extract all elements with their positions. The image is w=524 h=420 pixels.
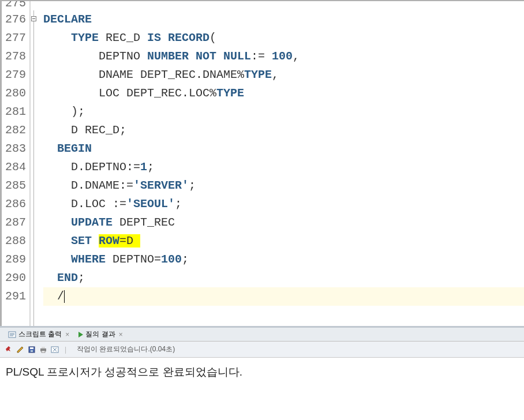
code-token xyxy=(43,253,71,266)
code-token: DNAME DEPT_REC.DNAME% xyxy=(43,68,244,81)
code-token: DEPT_REC xyxy=(113,216,175,229)
output-body[interactable]: PL/SQL 프로시저가 성공적으로 완료되었습니다. xyxy=(0,358,524,404)
code-token: LOC DEPT_REC.LOC% xyxy=(43,87,216,100)
code-token: TYPE xyxy=(244,68,272,81)
code-token: / xyxy=(43,290,64,303)
svg-rect-9 xyxy=(42,351,45,352)
code-token: TYPE xyxy=(71,31,99,44)
code-token: ; xyxy=(175,197,182,211)
clear-icon[interactable] xyxy=(51,346,59,354)
code-token: DEPTNO xyxy=(43,50,147,63)
code-token: := xyxy=(251,50,272,63)
line-number: 287 xyxy=(3,213,26,232)
code-token: NUMBER NOT NULL xyxy=(147,50,251,63)
code-token: , xyxy=(293,50,300,63)
code-line[interactable]: WHERE DEPTNO=100; xyxy=(43,250,524,269)
code-token: SET xyxy=(71,234,92,247)
line-number: 280 xyxy=(3,84,26,103)
code-token: =D xyxy=(119,234,140,247)
line-number: 289 xyxy=(3,250,26,269)
line-number: 275 xyxy=(3,1,26,10)
code-editor[interactable]: 2752762772782792802812822832842852862872… xyxy=(0,0,524,326)
code-line[interactable]: SET ROW=D xyxy=(43,232,524,250)
code-token xyxy=(92,234,99,247)
code-line[interactable]: D REC_D; xyxy=(43,121,524,140)
line-number: 291 xyxy=(3,287,26,306)
code-token: DEPTNO= xyxy=(106,253,161,266)
code-token: ; xyxy=(147,160,154,174)
code-line[interactable]: DNAME DEPT_REC.DNAME%TYPE, xyxy=(43,66,524,84)
close-icon[interactable]: × xyxy=(65,331,69,339)
code-token: ; xyxy=(78,271,85,284)
code-token: ( xyxy=(209,31,216,44)
code-token: BEGIN xyxy=(57,142,92,155)
line-number: 281 xyxy=(3,103,26,121)
code-token: WHERE xyxy=(71,253,106,266)
svg-rect-6 xyxy=(31,350,33,352)
svg-rect-5 xyxy=(30,347,33,349)
code-token: 1 xyxy=(140,160,147,174)
output-toolbar: | 작업이 완료되었습니다.(0.04초) xyxy=(0,342,524,358)
code-token xyxy=(43,142,57,155)
line-number: 277 xyxy=(3,29,26,47)
code-line[interactable]: LOC DEPT_REC.LOC%TYPE xyxy=(43,84,524,103)
code-token: D REC_D; xyxy=(43,123,126,137)
code-token xyxy=(43,271,57,284)
code-token: D.DEPTNO:= xyxy=(43,160,140,174)
code-token: 100 xyxy=(272,50,293,63)
code-token: ROW xyxy=(99,234,119,247)
code-token: , xyxy=(272,68,279,81)
output-panel: 스크립트 출력 × 질의 결과 × | 작업이 완료되었습니다.(0.04초) … xyxy=(0,326,524,404)
code-line[interactable]: D.DNAME:='SERVER'; xyxy=(43,177,524,195)
line-number: 284 xyxy=(3,158,26,177)
code-token: UPDATE xyxy=(71,216,113,229)
pencil-icon[interactable] xyxy=(16,346,24,354)
play-icon xyxy=(78,332,83,337)
output-tabs: 스크립트 출력 × 질의 결과 × xyxy=(0,328,524,342)
code-token: D.DNAME:= xyxy=(43,179,133,192)
save-icon[interactable] xyxy=(28,346,36,354)
line-number: 278 xyxy=(3,47,26,66)
line-number: 290 xyxy=(3,269,26,287)
code-token: 'SERVER' xyxy=(133,179,189,192)
tab-query-result[interactable]: 질의 결과 × xyxy=(75,328,126,340)
line-number: 288 xyxy=(3,232,26,250)
code-token: IS RECORD xyxy=(147,31,209,44)
svg-rect-8 xyxy=(42,347,45,348)
code-token: ); xyxy=(43,105,85,118)
script-output-icon xyxy=(8,331,16,339)
line-number: 276 xyxy=(3,10,26,29)
code-token: D.LOC := xyxy=(43,197,126,211)
code-token: ; xyxy=(182,253,189,266)
code-line[interactable]: ); xyxy=(43,103,524,121)
line-number-gutter: 2752762772782792802812822832842852862872… xyxy=(2,1,31,326)
code-line[interactable]: TYPE REC_D IS RECORD( xyxy=(43,29,524,47)
code-area[interactable]: DECLARE TYPE REC_D IS RECORD( DEPTNO NUM… xyxy=(31,1,524,326)
code-line[interactable]: DECLARE xyxy=(43,10,524,29)
code-line[interactable]: / xyxy=(43,287,524,306)
line-number: 283 xyxy=(3,140,26,158)
tab-script-output[interactable]: 스크립트 출력 × xyxy=(5,328,73,340)
code-line[interactable]: D.LOC :='SEOUL'; xyxy=(43,195,524,213)
code-token: REC_D xyxy=(99,31,147,44)
line-number: 286 xyxy=(3,195,26,213)
code-line[interactable]: END; xyxy=(43,269,524,287)
tab-query-result-label: 질의 결과 xyxy=(85,329,115,339)
code-token: TYPE xyxy=(216,87,244,100)
code-line[interactable] xyxy=(43,1,524,10)
code-token xyxy=(43,216,71,229)
print-icon[interactable] xyxy=(39,346,47,354)
code-line[interactable]: BEGIN xyxy=(43,140,524,158)
code-line[interactable]: D.DEPTNO:=1; xyxy=(43,158,524,177)
close-icon[interactable]: × xyxy=(119,331,123,339)
code-token: END xyxy=(57,271,78,284)
text-cursor xyxy=(64,290,65,303)
line-number: 282 xyxy=(3,121,26,140)
pin-icon[interactable] xyxy=(5,346,13,354)
code-line[interactable]: UPDATE DEPT_REC xyxy=(43,213,524,232)
code-token: DECLARE xyxy=(43,13,92,26)
output-message: PL/SQL 프로시저가 성공적으로 완료되었습니다. xyxy=(6,366,242,378)
code-line[interactable]: DEPTNO NUMBER NOT NULL:= 100, xyxy=(43,47,524,66)
code-token xyxy=(43,234,71,247)
toolbar-separator: | xyxy=(65,346,66,354)
